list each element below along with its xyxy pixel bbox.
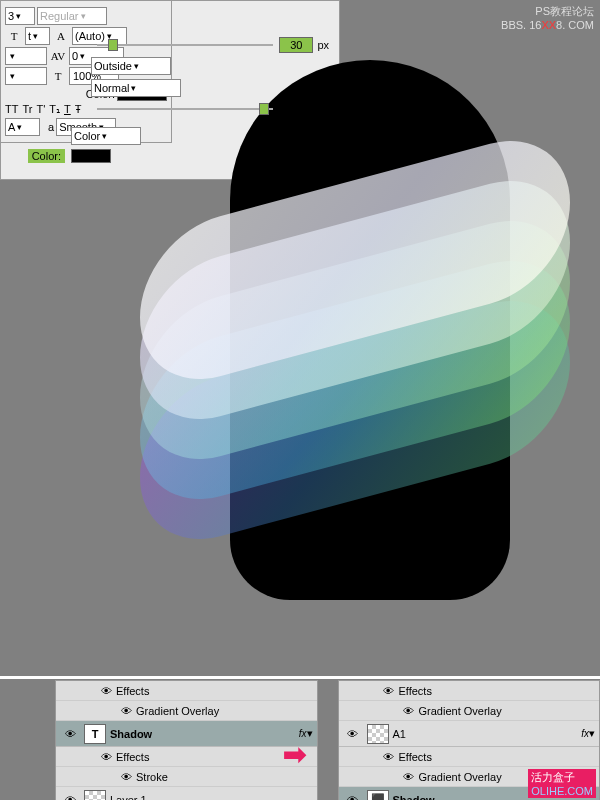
effects-label: Effects [399, 751, 432, 763]
layer-thumbnail: T [84, 724, 106, 744]
layer-name: A1 [393, 728, 406, 740]
layer-shadow[interactable]: 👁 T Shadow fx ▾ [56, 721, 317, 747]
position-dropdown[interactable]: Outside [91, 57, 171, 75]
source-watermark: 活力盒子 OLIHE.COM [528, 769, 596, 798]
hscale-dropdown[interactable] [5, 67, 47, 85]
underline[interactable]: T [64, 103, 71, 116]
effects-label: Effects [116, 685, 149, 697]
visibility-icon[interactable]: 👁 [96, 685, 116, 697]
layer-a1[interactable]: 👁 A1 fx ▾ [339, 721, 600, 747]
visibility-icon[interactable]: 👁 [116, 705, 136, 717]
visibility-icon[interactable]: 👁 [116, 771, 136, 783]
gradient-overlay-label: Gradient Overlay [136, 705, 219, 717]
language-dropdown[interactable]: A [5, 118, 40, 136]
faux-italic[interactable]: Tr [22, 103, 32, 116]
gradient-overlay-label: Gradient Overlay [419, 705, 502, 717]
font-size-dropdown[interactable]: 3 [5, 7, 35, 25]
fx-icon[interactable]: fx [581, 728, 589, 739]
visibility-icon[interactable]: 👁 [60, 728, 80, 740]
visibility-icon[interactable]: 👁 [60, 794, 80, 801]
vscale-icon: T [49, 70, 67, 82]
section-divider [0, 676, 600, 679]
aa-label: a [48, 121, 54, 133]
fill-type-dropdown[interactable]: Color [71, 127, 141, 145]
layer-name: Layer 1 [110, 794, 147, 801]
visibility-icon[interactable]: 👁 [343, 794, 363, 801]
stroke-color-label: Color: [28, 149, 65, 163]
visibility-icon[interactable]: 👁 [379, 685, 399, 697]
gradient-overlay-label: Gradient Overlay [419, 771, 502, 783]
arrow-indicator: ➡ [283, 738, 306, 771]
kerning-dropdown[interactable] [5, 47, 47, 65]
size-slider[interactable] [97, 44, 273, 46]
size-value-dropdown[interactable]: t [25, 27, 50, 45]
watermark-text: PS教程论坛 BBS. 16XX8. COM [501, 4, 594, 31]
opacity-slider[interactable] [97, 108, 273, 110]
layer-thumbnail [84, 790, 106, 801]
visibility-icon[interactable]: 👁 [399, 705, 419, 717]
layer-layer1[interactable]: 👁 Layer 1 [56, 787, 317, 800]
glass-letter [140, 140, 570, 510]
stroke-fx-label: Stroke [136, 771, 168, 783]
visibility-icon[interactable]: 👁 [343, 728, 363, 740]
visibility-icon[interactable]: 👁 [379, 751, 399, 763]
layer-thumbnail: ⬛ [367, 790, 389, 801]
layers-panel-left: 👁Effects 👁Gradient Overlay 👁 T Shadow fx… [55, 680, 318, 800]
visibility-icon[interactable]: 👁 [96, 751, 116, 763]
size-icon: T [5, 30, 23, 42]
chevron-down-icon[interactable]: ▾ [307, 727, 313, 740]
faux-bold[interactable]: TT [5, 103, 18, 116]
chevron-down-icon[interactable]: ▾ [589, 727, 595, 740]
effects-label: Effects [116, 751, 149, 763]
all-caps[interactable]: T' [36, 103, 45, 116]
small-caps[interactable]: T₁ [49, 103, 60, 116]
tracking-icon: AV [49, 50, 67, 62]
blend-mode-dropdown[interactable]: Normal [91, 79, 181, 97]
font-style-dropdown[interactable]: Regular [37, 7, 107, 25]
layer-thumbnail [367, 724, 389, 744]
visibility-icon[interactable]: 👁 [399, 771, 419, 783]
effects-label: Effects [399, 685, 432, 697]
leading-icon: A [52, 30, 70, 42]
layer-name: Shadow [393, 794, 435, 801]
layer-name: Shadow [110, 728, 152, 740]
canvas-artwork [80, 40, 560, 600]
